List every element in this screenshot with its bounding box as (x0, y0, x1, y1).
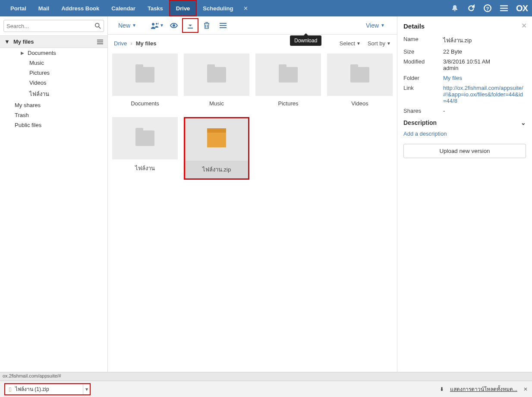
breadcrumb-sep: › (130, 40, 132, 47)
tree-item-music[interactable]: Music (0, 58, 107, 68)
upload-version-button[interactable]: Upload new version (403, 144, 526, 158)
download-item-caret[interactable]: ▾ (83, 384, 90, 394)
svg-rect-7 (97, 39, 103, 40)
details-name-key: Name (403, 36, 443, 45)
details-shares-key: Shares (403, 108, 443, 114)
nav-tabs: Portal Mail Address Book Calendar Tasks … (4, 0, 252, 16)
zip-icon (207, 132, 226, 147)
tree-item-publicfiles[interactable]: Public files (0, 120, 107, 130)
tree-label: Pictures (29, 70, 50, 76)
tree-item-thaifolder[interactable]: ไฟล์งาน (0, 88, 107, 100)
tree-label: Documents (28, 50, 56, 56)
close-icon[interactable]: ✕ (521, 22, 527, 30)
caret-down-icon: ▼ (160, 23, 164, 28)
search-icon[interactable] (95, 23, 101, 29)
tree-item-videos[interactable]: Videos (0, 78, 107, 88)
ox-logo: OX (516, 3, 528, 13)
details-folder-link[interactable]: My files (443, 75, 526, 81)
svg-line-6 (99, 27, 101, 29)
details-pane: ✕ Details Nameไฟล์งาน.zip Size22 Byte Mo… (397, 16, 532, 372)
sort-label: Sort by (368, 40, 385, 47)
add-description-link[interactable]: Add a description (403, 130, 526, 137)
tree-item-trash[interactable]: Trash (0, 110, 107, 120)
select-dropdown[interactable]: Select▼ (340, 40, 361, 47)
caret-down-icon: ▼ (387, 41, 391, 46)
nav-tasks[interactable]: Tasks (142, 0, 169, 16)
tile-label: Music (184, 96, 249, 111)
tree-item-myshares[interactable]: My shares (0, 100, 107, 110)
tile-folder[interactable]: Pictures (255, 54, 321, 111)
folder-tree: ▼My files ▶Documents Music Pictures Vide… (0, 35, 107, 130)
download-item[interactable]: ▯ ไฟล์งาน (1).zip ▾ (4, 383, 91, 395)
nav-close-icon[interactable]: ✕ (239, 0, 252, 16)
nav-portal[interactable]: Portal (4, 0, 32, 16)
archive-icon: ▯ (9, 386, 12, 392)
details-folder-key: Folder (403, 75, 443, 81)
nav-mail[interactable]: Mail (32, 0, 55, 16)
tile-folder[interactable]: Documents (112, 54, 178, 111)
svg-rect-3 (500, 8, 508, 9)
description-header[interactable]: Description⌄ (403, 119, 526, 126)
tree-label: Videos (29, 79, 47, 86)
folder-icon (350, 67, 369, 83)
nav-calendar[interactable]: Calendar (105, 0, 142, 16)
details-link-val[interactable]: http://ox.2fishmail.com/appsuite/#!&app=… (443, 85, 526, 104)
breadcrumb-bar: Drive › My files Select▼ Sort by▼ (108, 35, 397, 52)
tree-item-documents[interactable]: ▶Documents (0, 48, 107, 58)
svg-rect-9 (97, 43, 103, 44)
tile-folder[interactable]: Videos (327, 54, 393, 111)
sort-dropdown[interactable]: Sort by▼ (368, 40, 391, 47)
svg-text:+: + (157, 22, 159, 26)
tile-folder[interactable]: Music (184, 54, 249, 111)
details-size-val: 22 Byte (443, 48, 526, 55)
view-button[interactable] (166, 18, 182, 33)
help-icon[interactable]: ? (483, 4, 492, 13)
tree-root-label: My files (13, 38, 34, 45)
bell-icon[interactable] (450, 4, 459, 13)
tile-label: ไฟล์งาน.zip (185, 161, 248, 178)
select-label: Select (340, 40, 355, 47)
delete-button[interactable] (198, 18, 215, 33)
tree-actions-icon[interactable] (97, 39, 103, 45)
close-downloads-icon[interactable]: ✕ (523, 386, 528, 392)
caret-right-icon: ▶ (21, 51, 25, 55)
tile-label: ไฟล์งาน (112, 159, 178, 177)
tile-zip-selected[interactable]: ไฟล์งาน.zip (184, 117, 249, 180)
nav-scheduling[interactable]: Scheduling (197, 0, 239, 16)
download-icon: ⬇ (440, 386, 444, 392)
breadcrumb-current: My files (136, 40, 157, 47)
breadcrumb-root[interactable]: Drive (114, 40, 127, 47)
search-box[interactable] (3, 20, 104, 32)
refresh-icon[interactable] (467, 4, 475, 13)
svg-rect-2 (500, 5, 508, 6)
caret-down-icon: ▼ (356, 41, 361, 46)
view-dropdown[interactable]: View▼ (362, 19, 391, 32)
download-tooltip: Download (290, 35, 321, 46)
file-grid: Documents Music Pictures Videos ไฟล์งาน … (108, 52, 397, 181)
tree-label: My shares (15, 102, 41, 108)
search-input[interactable] (6, 23, 95, 29)
status-bar: ox.2fishmail.com/appsuite/# (0, 372, 532, 381)
view-label: View (366, 22, 379, 29)
share-button[interactable]: +▼ (149, 18, 166, 33)
tile-label: Pictures (255, 96, 321, 111)
more-button[interactable] (215, 18, 231, 33)
tile-label: Documents (112, 96, 178, 111)
tile-folder[interactable]: ไฟล์งาน (112, 117, 178, 180)
nav-drive[interactable]: Drive (169, 0, 197, 16)
svg-point-5 (95, 23, 99, 27)
tree-item-pictures[interactable]: Pictures (0, 68, 107, 78)
show-all-downloads[interactable]: แสดงการดาวน์โหลดทั้งหมด... (450, 385, 517, 393)
folder-icon (135, 130, 154, 146)
tree-label: Trash (15, 112, 29, 118)
details-title: Details (403, 22, 526, 30)
download-bar: ▯ ไฟล์งาน (1).zip ▾ ⬇ แสดงการดาวน์โหลดทั… (0, 381, 532, 397)
desc-title: Description (403, 119, 437, 126)
download-button[interactable] (182, 18, 198, 33)
new-button[interactable]: New▼ (114, 19, 141, 32)
menu-icon[interactable] (500, 4, 508, 13)
nav-addressbook[interactable]: Address Book (55, 0, 105, 16)
tree-root-myfiles[interactable]: ▼My files (0, 35, 107, 48)
caret-down-icon: ▼ (132, 23, 136, 28)
chevron-down-icon: ⌄ (521, 119, 526, 126)
